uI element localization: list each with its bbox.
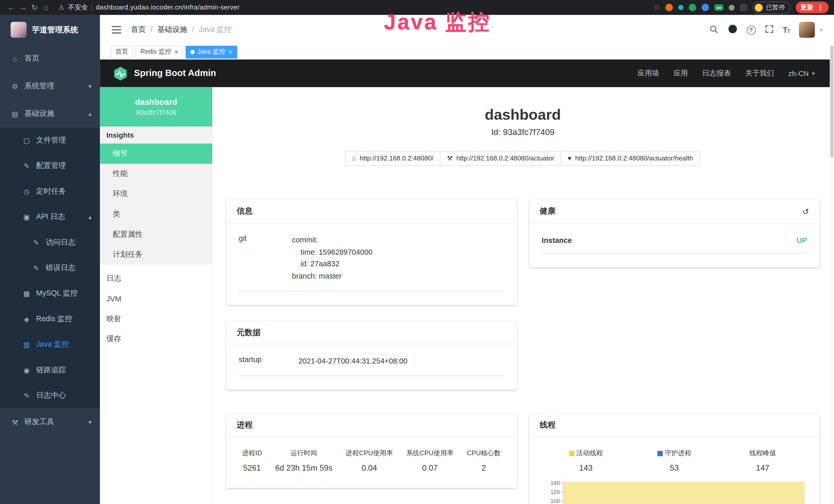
actuator-url-link[interactable]: ⚒ http://192.168.0.2:48080/actuator (440, 151, 561, 166)
chevron-down-icon: ▾ (89, 83, 91, 90)
address-bar[interactable]: ⚠ 不安全 dashboard.yudao.iocoder.cn/infra/a… (59, 3, 240, 12)
stat-label: 系统CPU使用率 (407, 449, 454, 458)
tab-home[interactable]: 首页 (111, 45, 133, 58)
sidebar-item-file-mgmt[interactable]: ▢ 文件管理 (0, 128, 100, 153)
close-icon[interactable]: × (174, 48, 178, 55)
sidebar-item-dev-tools[interactable]: ⚒ 研发工具 ▾ (0, 408, 100, 436)
breadcrumb-home[interactable]: 首页 (131, 25, 146, 35)
card-body: git commit: time: 1596289704000 id: 27aa… (226, 223, 517, 305)
cards-grid: 信息 git commit: time: 1596289704000 (226, 200, 820, 504)
sidebar-item-log-center[interactable]: ✎ 日志中心 (0, 383, 100, 408)
sba-item-classes[interactable]: 类 (100, 204, 212, 224)
sidebar-item-redis-monitor[interactable]: ◈ Redis 监控 (0, 306, 100, 332)
tab-java-monitor[interactable]: Java 监控 × (186, 45, 237, 58)
sba-item-caches[interactable]: 缓存 (100, 329, 212, 349)
sba-item-logs[interactable]: 日志 (100, 269, 212, 289)
annotation-text: Java 监控 (384, 7, 491, 37)
sba-item-environment[interactable]: 环境 (100, 184, 212, 204)
avatar-caret-icon[interactable]: ▾ (820, 27, 822, 33)
sidebar-item-java-monitor[interactable]: ▥ Java 监控 (0, 332, 100, 357)
help-icon[interactable]: ? (747, 25, 756, 34)
reload-icon[interactable]: ↻ (29, 3, 41, 12)
instance-header[interactable]: dashboard 93a3fc7f7409 (100, 87, 212, 127)
github-icon[interactable] (727, 24, 738, 36)
sba-nav-applications[interactable]: 应用 (674, 69, 688, 78)
sidebar-item-label: 文件管理 (36, 136, 66, 145)
app-logo-row[interactable]: 芋道管理系统 (0, 15, 100, 45)
extension-icon[interactable] (701, 4, 709, 11)
sba-item-configprops[interactable]: 配置属性 (100, 224, 212, 245)
locale-label: zh-CN (788, 69, 809, 77)
bookmark-star-icon[interactable]: ☆ (654, 3, 660, 12)
extension-icon[interactable] (729, 5, 734, 10)
link-label: http://192.168.0.2:48080/ (359, 155, 434, 162)
sidebar-item-label: 访问日志 (46, 238, 75, 247)
scrollbar-thumb[interactable] (830, 46, 833, 157)
sidebar-item-home[interactable]: ⌂ 首页 (0, 45, 100, 72)
app-title: 芋道管理系统 (32, 25, 78, 35)
sba-nav-wallboard[interactable]: 应用墙 (637, 69, 659, 78)
health-url-link[interactable]: ♥ http://192.168.0.2:48080/actuator/heal… (561, 151, 700, 166)
sync-paused-badge[interactable]: 已暂停 (752, 1, 790, 14)
extension-icon[interactable] (689, 4, 696, 11)
chevron-down-icon: ▾ (89, 419, 91, 426)
sba-locale-select[interactable]: zh-CN ▾ (788, 69, 815, 77)
extension-icon[interactable] (665, 4, 673, 11)
tab-label: Java 监控 (197, 47, 225, 56)
sba-brand[interactable]: Spring Boot Admin (113, 66, 216, 81)
stat-uptime: 运行时间 6d 23h 15m 59s (273, 449, 334, 472)
sidebar-item-trace[interactable]: ◉ 链路追踪 (0, 358, 100, 383)
breadcrumb-infrastructure[interactable]: 基础设施 (146, 25, 187, 35)
close-icon[interactable]: × (228, 48, 233, 55)
cards-cell: 健康 ↺ Instance UP (529, 200, 820, 268)
sidebar-item-api-logs[interactable]: ▣ API 日志 ▴ (0, 204, 100, 230)
link-label: http://192.168.0.2:48080/actuator/health (575, 155, 693, 162)
sidebar-item-cron-jobs[interactable]: ◷ 定时任务 (0, 179, 100, 204)
sidebar-item-mysql-monitor[interactable]: ▦ MySQL 监控 (0, 281, 100, 306)
font-size-icon[interactable]: TT (783, 25, 790, 34)
stat-process-cpu: 进程CPU使用率 0.04 (344, 449, 395, 472)
extension-icon[interactable] (678, 5, 683, 10)
sidebar-item-system-mgmt[interactable]: ⚙ 系统管理 ▾ (0, 72, 100, 100)
sba-main: dashboard Id: 93a3fc7f7409 ⌂ http://192.… (213, 87, 834, 504)
sba-item-mappings[interactable]: 映射 (100, 309, 212, 329)
cards-cell: 进程 进程ID 5261 (226, 414, 517, 488)
forward-icon[interactable]: → (17, 3, 29, 12)
sba-nav-about[interactable]: 关于我们 (745, 69, 774, 78)
extension-on-badge[interactable]: on (714, 4, 723, 11)
sidebar-item-error-logs[interactable]: ✎ 错误日志 (0, 255, 100, 281)
extensions-puzzle-icon[interactable] (740, 4, 747, 11)
sidebar-item-config-mgmt[interactable]: ✎ 配置管理 (0, 153, 100, 179)
file-icon: ▢ (22, 136, 31, 144)
card-title-text: 信息 (237, 206, 253, 216)
instance-name: dashboard (135, 97, 177, 107)
user-avatar[interactable] (799, 22, 815, 38)
page-scrollbar[interactable] (830, 45, 834, 504)
browser-home-icon[interactable]: ⌂ (40, 3, 52, 12)
tab-redis-monitor[interactable]: Redis 监控 × (136, 45, 183, 58)
cards-row-3: 进程 进程ID 5261 (226, 414, 820, 504)
sba-item-jvm[interactable]: JVM (100, 289, 212, 309)
search-icon[interactable] (709, 24, 719, 35)
paused-label: 已暂停 (766, 3, 785, 12)
sba-item-details[interactable]: 细节 (100, 143, 212, 164)
history-icon[interactable]: ↺ (803, 207, 809, 216)
app-frame: 芋道管理系统 ⌂ 首页 ⚙ 系统管理 ▾ ▤ 基础设施 ▴ ▢ 文件管理 (0, 15, 834, 504)
sba-logo-icon (113, 66, 128, 81)
sba-item-scheduled-tasks[interactable]: 计划任务 (100, 245, 212, 265)
y-tick: 120 (542, 488, 560, 497)
metadata-row: startup 2021-04-27T00:44:31.254+08:00 (239, 355, 504, 376)
browser-menu-icon[interactable]: ⋮ (817, 3, 824, 11)
card-body: startup 2021-04-27T00:44:31.254+08:00 (226, 344, 517, 390)
sba-nav-journal[interactable]: 日志报表 (702, 69, 731, 78)
back-icon[interactable]: ← (5, 3, 17, 12)
service-url-link[interactable]: ⌂ http://192.168.0.2:48080/ (345, 151, 440, 166)
hamburger-icon[interactable] (112, 26, 121, 33)
sidebar-item-access-logs[interactable]: ✎ 访问日志 (0, 230, 100, 255)
sidebar-item-infrastructure[interactable]: ▤ 基础设施 ▴ (0, 100, 100, 128)
chrome-update-button[interactable]: 更新 ⋮ (796, 2, 829, 13)
legend-value: 147 (719, 463, 807, 472)
fullscreen-icon[interactable] (765, 24, 774, 35)
gear-icon: ⚙ (10, 82, 19, 90)
sba-item-metrics[interactable]: 性能 (100, 164, 212, 184)
